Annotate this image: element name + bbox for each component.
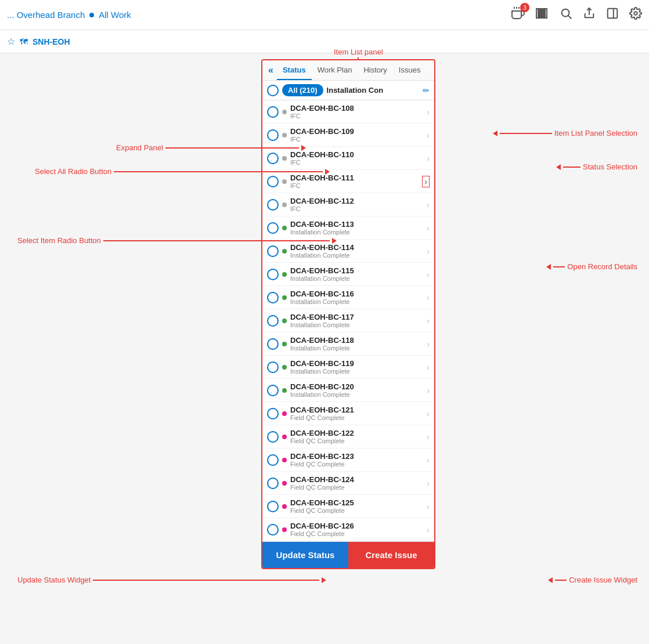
item-id: DCA-EOH-BC-117 xyxy=(290,313,423,321)
tab-status[interactable]: Status xyxy=(277,61,312,80)
item-status-text: Field QC Complete xyxy=(290,414,423,421)
open-record-chevron[interactable]: › xyxy=(427,386,430,395)
open-record-chevron[interactable]: › xyxy=(427,131,430,140)
list-item[interactable]: DCA-EOH-BC-123Field QC Complete› xyxy=(262,448,434,472)
open-record-chevron[interactable]: › xyxy=(427,339,430,349)
open-record-chevron[interactable]: › xyxy=(427,525,430,534)
all-count-pill[interactable]: All (210) xyxy=(282,84,323,96)
svg-line-9 xyxy=(568,16,571,19)
open-record-chevron[interactable]: › xyxy=(427,409,430,418)
share-icon[interactable] xyxy=(583,7,596,23)
list-item[interactable]: DCA-EOH-BC-118Installation Complete› xyxy=(262,332,434,356)
open-record-chevron[interactable]: › xyxy=(427,502,430,511)
open-record-chevron[interactable]: › xyxy=(427,363,430,372)
item-radio-button[interactable] xyxy=(267,292,279,303)
list-item[interactable]: DCA-EOH-BC-119Installation Complete› xyxy=(262,356,434,379)
select-item-annotation: Select Item Radio Button xyxy=(17,236,337,245)
item-radio-button[interactable] xyxy=(267,245,279,257)
open-record-chevron[interactable]: › xyxy=(427,479,430,488)
status-dot xyxy=(282,133,287,138)
item-radio-button[interactable] xyxy=(267,477,279,489)
item-radio-button[interactable] xyxy=(267,385,279,396)
item-status-text: IFC xyxy=(290,182,419,189)
open-record-chevron[interactable]: › xyxy=(427,293,430,302)
list-item[interactable]: DCA-EOH-BC-116Installation Complete› xyxy=(262,286,434,309)
item-radio-button[interactable] xyxy=(267,315,279,327)
list-item[interactable]: DCA-EOH-BC-121Field QC Complete› xyxy=(262,402,434,425)
status-dot xyxy=(282,365,287,370)
sub-header: ☆ 🗺 SNH-EOH xyxy=(0,30,649,53)
search-icon[interactable] xyxy=(560,7,572,23)
item-status-text: Field QC Complete xyxy=(290,507,423,514)
svg-rect-6 xyxy=(543,9,544,18)
open-record-chevron[interactable]: › xyxy=(427,223,430,233)
item-radio-button[interactable] xyxy=(267,454,279,466)
star-icon[interactable]: ☆ xyxy=(7,36,15,47)
open-record-chevron[interactable]: › xyxy=(422,176,430,187)
notifications-icon[interactable]: 3 xyxy=(511,6,525,23)
item-status-text: IFC xyxy=(290,205,423,212)
item-radio-button[interactable] xyxy=(267,176,279,187)
svg-rect-5 xyxy=(541,9,542,18)
item-radio-button[interactable] xyxy=(267,524,279,536)
status-dot xyxy=(282,342,287,346)
select-all-annotation: Select All Radio Button xyxy=(35,167,330,176)
item-id: DCA-EOH-BC-109 xyxy=(290,127,423,136)
list-item[interactable]: DCA-EOH-BC-108IFC› xyxy=(262,100,434,124)
select-all-radio-button[interactable] xyxy=(267,85,279,96)
list-item[interactable]: DCA-EOH-BC-115Installation Complete› xyxy=(262,263,434,286)
item-radio-button[interactable] xyxy=(267,106,279,118)
open-record-chevron[interactable]: › xyxy=(427,432,430,442)
open-record-chevron[interactable]: › xyxy=(427,200,430,209)
status-dot xyxy=(282,388,287,393)
create-issue-button[interactable]: Create Issue xyxy=(348,542,434,568)
status-dot xyxy=(282,156,287,161)
project-title[interactable]: SNH-EOH xyxy=(33,37,70,46)
status-dot xyxy=(282,110,287,114)
tab-history[interactable]: History xyxy=(358,61,392,80)
list-item[interactable]: DCA-EOH-BC-125Field QC Complete› xyxy=(262,495,434,518)
item-id: DCA-EOH-BC-112 xyxy=(290,197,423,205)
item-radio-button[interactable] xyxy=(267,129,279,141)
list-item[interactable]: DCA-EOH-BC-126Field QC Complete› xyxy=(262,518,434,541)
status-dot xyxy=(282,435,287,439)
item-radio-button[interactable] xyxy=(267,222,279,234)
settings-icon[interactable] xyxy=(629,7,642,23)
item-radio-button[interactable] xyxy=(267,361,279,373)
all-work-label[interactable]: All Work xyxy=(99,10,131,20)
open-record-chevron[interactable]: › xyxy=(427,316,430,325)
list-item[interactable]: DCA-EOH-BC-120Installation Complete› xyxy=(262,379,434,402)
tab-issues[interactable]: Issues xyxy=(393,61,427,80)
list-item[interactable]: DCA-EOH-BC-122Field QC Complete› xyxy=(262,425,434,448)
open-record-chevron[interactable]: › xyxy=(427,154,430,163)
item-radio-button[interactable] xyxy=(267,153,279,164)
item-radio-button[interactable] xyxy=(267,199,279,211)
item-radio-button[interactable] xyxy=(267,431,279,443)
main-content: Item List panel « Status Work Plan Histo… xyxy=(0,53,649,610)
collapse-button[interactable]: « xyxy=(265,60,277,80)
item-radio-button[interactable] xyxy=(267,338,279,350)
open-record-chevron[interactable]: › xyxy=(427,247,430,256)
list-item[interactable]: DCA-EOH-BC-117Installation Complete› xyxy=(262,309,434,332)
list-item[interactable]: DCA-EOH-BC-112IFC› xyxy=(262,193,434,216)
filter-edit-icon[interactable]: ✏ xyxy=(423,86,430,95)
open-record-chevron[interactable]: › xyxy=(427,107,430,117)
item-info: DCA-EOH-BC-119Installation Complete xyxy=(290,359,423,375)
breadcrumb[interactable]: ... Overhead Branch xyxy=(7,10,85,20)
update-status-button[interactable]: Update Status xyxy=(262,542,348,568)
tab-work-plan[interactable]: Work Plan xyxy=(312,61,358,80)
barcode-icon[interactable] xyxy=(535,6,549,23)
item-radio-button[interactable] xyxy=(267,269,279,280)
item-status-text: IFC xyxy=(290,159,423,166)
item-radio-button[interactable] xyxy=(267,501,279,512)
open-record-chevron[interactable]: › xyxy=(427,270,430,279)
svg-point-13 xyxy=(634,12,637,15)
item-list: DCA-EOH-BC-108IFC›DCA-EOH-BC-109IFC›DCA-… xyxy=(262,100,434,541)
open-record-chevron[interactable]: › xyxy=(427,455,430,465)
item-radio-button[interactable] xyxy=(267,408,279,419)
panel-icon[interactable] xyxy=(606,7,619,23)
item-status-text: Field QC Complete xyxy=(290,461,423,468)
list-item[interactable]: DCA-EOH-BC-124Field QC Complete› xyxy=(262,472,434,495)
item-id: DCA-EOH-BC-123 xyxy=(290,452,423,461)
item-list-panel-selection-annotation: Item List Panel Selection xyxy=(493,129,637,138)
